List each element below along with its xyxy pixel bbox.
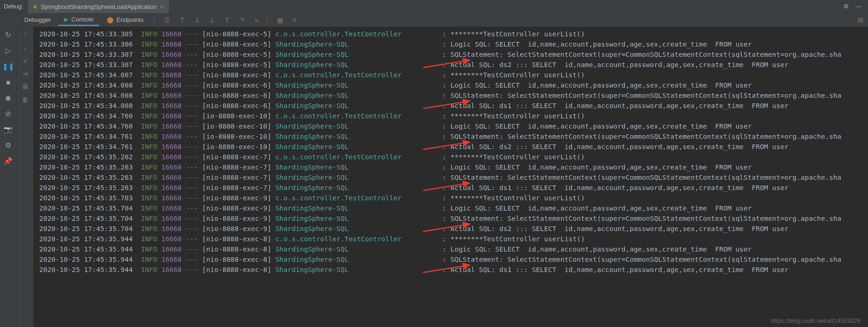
log-line: 2020-10-25 17:45:35.704 INFO 16668 --- [… (39, 224, 868, 234)
pin-icon[interactable]: 📌 (4, 157, 13, 165)
scroll-up-icon[interactable]: ↑ (23, 31, 27, 38)
log-pid: 16668 (161, 92, 182, 99)
log-pid: 16668 (161, 235, 182, 243)
log-timestamp: 2020-10-25 17:45:34.007 (39, 71, 133, 79)
gear-icon[interactable]: ⚙ (843, 3, 849, 10)
log-timestamp: 2020-10-25 17:45:35.704 (39, 225, 133, 232)
log-logger: ShardingSphere-SQL (275, 41, 438, 48)
log-thread: [nio-8888-exec-9] (202, 204, 271, 212)
pause-icon[interactable]: ❚❚ (2, 62, 14, 71)
log-logger: ShardingSphere-SQL (275, 204, 438, 212)
log-pid: 16668 (161, 215, 182, 222)
log-thread: [io-8888-exec-10] (202, 123, 271, 130)
log-timestamp: 2020-10-25 17:45:35.262 (39, 153, 133, 161)
log-message: Actual SQL: ds1 ::: SELECT id,name,accou… (451, 184, 789, 191)
log-thread: [nio-8888-exec-8] (202, 235, 271, 243)
download2-icon[interactable]: ⤓ (207, 15, 217, 25)
step-next-icon[interactable]: ↳ (252, 15, 262, 25)
log-line: 2020-10-25 17:45:35.704 INFO 16668 --- [… (39, 213, 868, 224)
download-icon[interactable]: ⤓ (192, 15, 202, 25)
log-timestamp: 2020-10-25 17:45:34.761 (39, 143, 133, 150)
log-logger: ShardingSphere-SQL (275, 225, 438, 232)
log-thread: [nio-8888-exec-5] (202, 51, 271, 58)
debug-toolbar: Debugger ▶ Console ⬤ Endpoints ☰ ⤒ ⤓ ⤓ ⤒… (0, 13, 868, 27)
log-message: ********TestController userList() (451, 153, 585, 161)
title-bar: Debug: ❦ SpringbootShardingSphereLoadApp… (0, 0, 868, 13)
tab-console[interactable]: ▶ Console (58, 14, 99, 26)
log-pid: 16668 (161, 143, 182, 150)
log-line: 2020-10-25 17:45:35.263 INFO 16668 --- [… (39, 183, 868, 193)
tab-endpoints[interactable]: ⬤ Endpoints (101, 14, 149, 25)
calc-icon[interactable]: ▦ (275, 15, 285, 25)
log-level: INFO (141, 71, 157, 79)
log-timestamp: 2020-10-25 17:45:35.704 (39, 204, 133, 212)
minimize-icon[interactable]: — (855, 3, 861, 10)
log-timestamp: 2020-10-25 17:45:35.263 (39, 184, 133, 191)
log-logger: ShardingSphere-SQL (275, 245, 438, 253)
print-icon[interactable]: 🖶 (22, 83, 28, 90)
clear-icon[interactable]: 🗑 (22, 96, 28, 103)
log-pid: 16668 (161, 112, 182, 120)
play-icon: ▶ (64, 16, 69, 23)
tab-debugger[interactable]: Debugger (19, 14, 56, 25)
log-thread: [nio-8888-exec-5] (202, 30, 271, 38)
log-level: INFO (141, 194, 157, 202)
filter-icon[interactable]: ☰ (162, 15, 173, 25)
soft-wrap-icon[interactable]: ↲ (22, 57, 28, 64)
log-pid: 16668 (161, 82, 182, 89)
log-line: 2020-10-25 17:45:34.760 INFO 16668 --- [… (39, 111, 868, 121)
log-message: Logic SQL: SELECT id,name,account,passwo… (451, 204, 752, 212)
upload-icon[interactable]: ⤒ (222, 15, 232, 25)
log-pid: 16668 (161, 174, 182, 181)
log-line: 2020-10-25 17:45:33.306 INFO 16668 --- [… (39, 39, 868, 49)
scroll-down-icon[interactable]: ↓ (23, 44, 27, 51)
log-level: INFO (141, 112, 157, 120)
log-line: 2020-10-25 17:45:34.008 INFO 16668 --- [… (39, 101, 868, 111)
console-output[interactable]: 2020-10-25 17:45:33.305 INFO 16668 --- [… (34, 27, 868, 327)
log-timestamp: 2020-10-25 17:45:33.305 (39, 30, 133, 38)
log-line: 2020-10-25 17:45:33.305 INFO 16668 --- [… (39, 29, 868, 39)
log-level: INFO (141, 266, 157, 273)
export-up-icon[interactable]: ⤒ (177, 15, 187, 25)
step-over-icon[interactable]: ↷ (237, 15, 247, 25)
stop-icon[interactable]: ■ (6, 78, 10, 86)
log-pid: 16668 (161, 256, 182, 263)
console-side-toolbar: ↑ ↓ ↲ ⇥ 🖶 🗑 (17, 27, 34, 327)
breakpoints-icon[interactable]: ◉ (5, 94, 11, 102)
log-thread: [nio-8888-exec-6] (202, 71, 271, 79)
toolbar-more-icon[interactable]: ▤ (858, 16, 868, 23)
log-timestamp: 2020-10-25 17:45:35.263 (39, 164, 133, 171)
run-config-tab[interactable]: ❦ SpringbootShardingSphereLoadApplicatio… (28, 0, 169, 13)
log-logger: ShardingSphere-SQL (275, 143, 438, 150)
mute-breakpoints-icon[interactable]: ⊘ (5, 109, 11, 118)
scroll-end-icon[interactable]: ⇥ (22, 70, 28, 77)
log-logger: ShardingSphere-SQL (275, 266, 438, 273)
log-logger: ShardingSphere-SQL (275, 92, 438, 99)
resume-icon[interactable]: ▷ (6, 47, 11, 55)
log-message: Logic SQL: SELECT id,name,account,passwo… (451, 41, 752, 48)
log-timestamp: 2020-10-25 17:45:33.306 (39, 41, 133, 48)
log-message: Actual SQL: ds2 ::: SELECT id,name,accou… (451, 225, 789, 232)
log-thread: [io-8888-exec-10] (202, 143, 271, 150)
log-level: INFO (141, 102, 157, 109)
log-message: Logic SQL: SELECT id,name,account,passwo… (451, 164, 752, 171)
log-timestamp: 2020-10-25 17:45:35.944 (39, 235, 133, 243)
log-message: SQLStatement: SelectStatementContext(sup… (451, 256, 841, 263)
log-pid: 16668 (161, 71, 182, 79)
layout-icon[interactable]: ≡ (290, 15, 299, 25)
log-line: 2020-10-25 17:45:35.263 INFO 16668 --- [… (39, 162, 868, 172)
rerun-icon[interactable]: ↻ (5, 31, 11, 39)
log-logger: ShardingSphere-SQL (275, 256, 438, 263)
log-message: ********TestController userList() (451, 71, 585, 79)
separator (154, 16, 154, 24)
settings-icon[interactable]: ⚙ (5, 141, 11, 150)
log-level: INFO (141, 51, 157, 58)
close-tab-icon[interactable]: ✕ (160, 4, 164, 10)
log-pid: 16668 (161, 164, 182, 171)
log-level: INFO (141, 61, 157, 68)
log-thread: [io-8888-exec-10] (202, 133, 271, 140)
separator2 (267, 16, 267, 24)
log-logger: c.o.s.controller.TestController (275, 153, 438, 161)
camera-icon[interactable]: 📷 (4, 125, 13, 134)
log-thread: [nio-8888-exec-6] (202, 102, 271, 109)
